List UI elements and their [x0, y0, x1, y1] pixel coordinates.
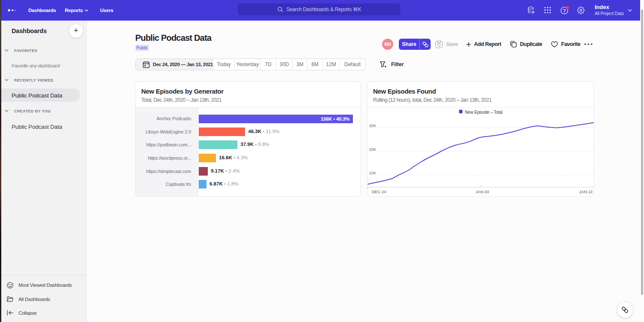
svg-text:New Episode – Total: New Episode – Total [465, 110, 502, 115]
svg-text:20K: 20K [369, 147, 377, 152]
svg-text:JAN 13: JAN 13 [579, 189, 592, 194]
svg-text:JAN 03: JAN 03 [476, 189, 489, 194]
svg-text:30K: 30K [369, 123, 377, 128]
svg-text:10K: 10K [369, 170, 377, 175]
svg-text:?: ? [563, 8, 566, 13]
svg-text:DEC 24: DEC 24 [372, 189, 386, 194]
